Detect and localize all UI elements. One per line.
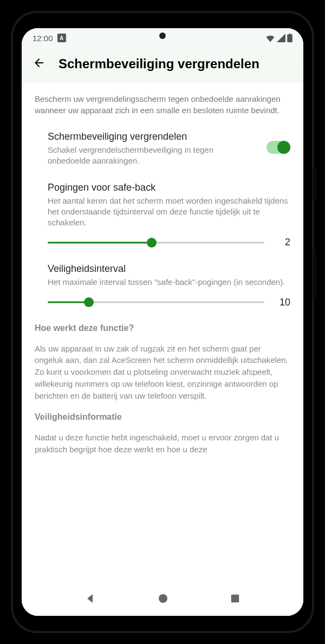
nav-back-icon[interactable] [85, 593, 96, 606]
auto-rotate-badge-icon: A [57, 34, 66, 42]
attempts-value: 2 [275, 237, 290, 248]
svg-rect-0 [287, 35, 292, 42]
status-time: 12:00 [32, 34, 53, 43]
toggle-thumb [277, 141, 290, 154]
page-title: Schermbeveiliging vergrendelen [58, 56, 259, 71]
help-heading-safety: Veiligheidsinformatie [35, 412, 290, 422]
nav-home-icon[interactable] [158, 593, 168, 606]
help-body-safety: Nadat u deze functie hebt ingeschakeld, … [35, 432, 290, 456]
setting-lock: Schermbeveiliging vergrendelen Schakel v… [35, 131, 290, 167]
help-heading-how: Hoe werkt deze functie? [35, 323, 290, 333]
interval-slider[interactable] [48, 297, 264, 308]
slider-fill [48, 302, 89, 303]
status-right [265, 34, 292, 42]
setting-interval-title: Veiligheidsinterval [48, 263, 290, 275]
status-left: 12:00 A [32, 34, 66, 43]
device-frame: 12:00 A Schermbeveiliging vergrendelen B… [11, 11, 314, 633]
screen: 12:00 A Schermbeveiliging vergrendelen B… [22, 28, 303, 616]
signal-icon [277, 34, 285, 42]
setting-lock-title: Schermbeveiliging vergrendelen [48, 131, 258, 142]
svg-rect-3 [231, 595, 239, 602]
battery-icon [287, 34, 292, 42]
setting-attempts-desc: Het aantal keren dat het scherm moet wor… [48, 196, 290, 229]
intro-text: Bescherm uw vergrendelingsscherm tegen o… [35, 93, 290, 116]
back-arrow-icon[interactable] [32, 56, 46, 71]
nav-recents-icon[interactable] [230, 594, 240, 606]
help-body-how: Als uw apparaat in uw zak of rugzak zit … [35, 343, 290, 402]
svg-point-2 [159, 594, 167, 603]
interval-value: 10 [275, 297, 290, 308]
setting-attempts: Pogingen voor safe-back Het aantal keren… [35, 182, 290, 249]
device-side-button [313, 168, 316, 200]
svg-rect-1 [289, 34, 290, 35]
content-area[interactable]: Bescherm uw vergrendelingsscherm tegen o… [22, 82, 303, 583]
attempts-slider[interactable] [48, 237, 264, 248]
lock-toggle[interactable] [266, 141, 290, 154]
setting-interval: Veiligheidsinterval Het maximale interva… [35, 263, 290, 308]
wifi-icon [265, 34, 275, 42]
setting-interval-desc: Het maximale interval tussen "safe-back"… [48, 277, 290, 288]
slider-thumb [84, 297, 94, 307]
app-bar: Schermbeveiliging vergrendelen [22, 48, 303, 82]
slider-thumb [147, 238, 157, 248]
nav-bar [22, 583, 303, 616]
device-camera [159, 32, 166, 39]
device-side-button [313, 249, 316, 301]
slider-fill [48, 242, 152, 243]
setting-attempts-title: Pogingen voor safe-back [48, 182, 290, 193]
setting-lock-desc: Schakel vergrendelschermbeveiliging in t… [48, 145, 258, 167]
